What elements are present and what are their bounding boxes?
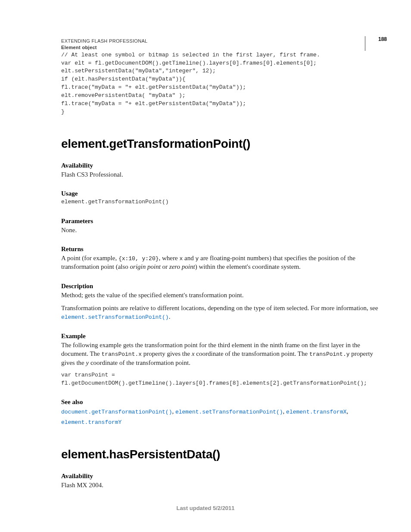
subhead-returns: Returns [61,246,378,253]
link-element-transformy[interactable]: element.transformY [61,419,121,426]
link-settransformationpoint[interactable]: element.setTransformationPoint() [61,314,169,320]
subhead-example: Example [61,333,378,340]
header-line-2: Element object [61,44,378,51]
parameters-text: None. [61,226,378,234]
subhead-availability: Availability [61,162,378,169]
example-text: The following example gets the transform… [61,341,378,367]
code-block-persistent-data: // At least one symbol or bitmap is sele… [61,51,378,116]
description-text-2: Transformation points are relative to di… [61,304,378,321]
example-code: var transPoint = fl.getDocumentDOM().get… [61,371,378,388]
header-line-1: EXTENDING FLASH PROFESSIONAL [61,38,378,44]
subhead-availability-2: Availability [61,473,378,480]
link-document-gettransformationpoint[interactable]: document.getTransformationPoint() [61,409,172,415]
subhead-description: Description [61,283,378,290]
subhead-parameters: Parameters [61,218,378,225]
section-title-gettransformationpoint: element.getTransformationPoint() [61,137,378,151]
page-number: 188 [365,36,387,51]
subhead-see-also: See also [61,398,378,406]
usage-code: element.getTransformationPoint() [61,198,378,206]
running-header: EXTENDING FLASH PROFESSIONAL Element obj… [61,38,378,51]
footer-last-updated: Last updated 5/2/2011 [0,505,411,511]
returns-text: A point (for example, {x:10, y:20}, wher… [61,254,378,271]
description-text-1: Method; gets the value of the specified … [61,291,378,299]
availability-text: Flash CS3 Professional. [61,170,378,179]
subhead-usage: Usage [61,190,378,197]
availability-text-2: Flash MX 2004. [61,481,378,489]
section-title-haspersistentdata: element.hasPersistentData() [61,448,378,461]
link-element-transformx[interactable]: element.transformX [286,409,346,415]
link-element-settransformationpoint[interactable]: element.setTransformationPoint() [175,409,283,415]
see-also-links: document.getTransformationPoint(), eleme… [61,407,378,427]
